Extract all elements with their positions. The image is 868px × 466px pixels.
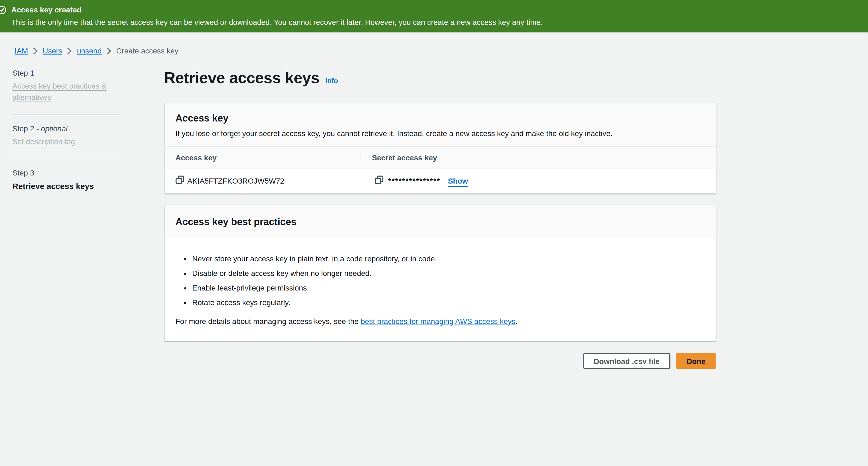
main-content: Retrieve access keysInfo Access key If y… [164, 68, 716, 369]
page-title: Retrieve access keysInfo [164, 68, 716, 91]
list-item: Rotate access keys regularly. [192, 297, 705, 308]
copy-icon [176, 176, 185, 186]
best-practices-panel-body: Never store your access key in plain tex… [165, 238, 716, 341]
step-divider [12, 159, 121, 159]
copy-icon [375, 176, 384, 186]
info-link[interactable]: Info [326, 77, 338, 85]
step-3-label: Step 3 [12, 168, 121, 177]
success-flashbar: Access key created This is the only time… [0, 0, 868, 32]
column-header-secret-access-key: Secret access key [372, 147, 437, 168]
best-practices-link[interactable]: best practices for managing AWS access k… [361, 317, 515, 325]
show-secret-link[interactable]: Show [448, 177, 468, 185]
step-2-label: Step 2 - optional [12, 124, 121, 133]
chevron-right-icon [106, 48, 112, 55]
breadcrumb-link-unsend[interactable]: unsend [77, 46, 102, 55]
step-3-current-title: Retrieve access keys [12, 181, 121, 192]
access-key-panel-header: Access key If you lose or forget your se… [165, 103, 716, 146]
access-key-cell: AKIA5FTZFKO3ROJW5W72 [176, 168, 284, 193]
best-practices-panel-header: Access key best practices [165, 206, 716, 238]
step-1-link: Access key best practices & alternatives [12, 81, 121, 103]
step-2-link: Set description tag [12, 136, 75, 147]
breadcrumb-link-iam[interactable]: IAM [14, 46, 28, 55]
step-divider [12, 115, 121, 115]
copy-access-key-button[interactable] [176, 176, 185, 185]
flashbar-message: This is the only time that the secret ac… [11, 18, 543, 27]
success-check-icon [0, 5, 6, 14]
column-header-access-key: Access key [176, 147, 217, 168]
copy-secret-key-button[interactable] [375, 176, 384, 185]
best-practices-panel: Access key best practices Never store yo… [164, 206, 716, 341]
chevron-right-icon [67, 48, 72, 55]
wizard-step-1: Step 1 Access key best practices & alter… [12, 69, 121, 103]
list-item: Never store your access key in plain tex… [192, 253, 705, 264]
access-key-panel: Access key If you lose or forget your se… [164, 102, 716, 194]
key-table-header: Access key Secret access key [165, 146, 716, 168]
wizard-steps-nav: Step 1 Access key best practices & alter… [12, 69, 121, 192]
iam-create-access-key-page: Access key created This is the only time… [0, 0, 868, 466]
breadcrumb-current: Create access key [116, 46, 178, 55]
step-1-label: Step 1 [12, 69, 121, 77]
wizard-actions: Download .csv file Done [164, 353, 716, 369]
list-item: Enable least-privilege permissions. [192, 282, 705, 293]
done-button[interactable]: Done [676, 353, 716, 369]
chevron-right-icon [33, 48, 38, 55]
breadcrumb-link-users[interactable]: Users [43, 46, 62, 55]
wizard-step-3: Step 3 Retrieve access keys [12, 168, 121, 192]
access-key-panel-title: Access key [176, 112, 705, 125]
breadcrumb: IAM Users unsend Create access key [14, 46, 178, 55]
key-table-row: AKIA5FTZFKO3ROJW5W72 *************** Sho… [165, 168, 716, 193]
secret-key-cell: *************** Show [375, 168, 468, 193]
flashbar-title: Access key created [11, 5, 82, 14]
access-key-panel-description: If you lose or forget your secret access… [176, 128, 705, 139]
secret-key-masked-value: *************** [388, 177, 440, 185]
best-practices-footer: For more details about managing access k… [176, 316, 705, 327]
download-csv-button[interactable]: Download .csv file [583, 353, 671, 369]
list-item: Disable or delete access key when no lon… [192, 268, 705, 279]
column-divider [361, 152, 361, 163]
access-key-value: AKIA5FTZFKO3ROJW5W72 [187, 177, 284, 185]
wizard-step-2: Step 2 - optional Set description tag [12, 124, 121, 147]
best-practices-panel-title: Access key best practices [176, 215, 705, 228]
best-practices-list: Never store your access key in plain tex… [176, 253, 705, 308]
